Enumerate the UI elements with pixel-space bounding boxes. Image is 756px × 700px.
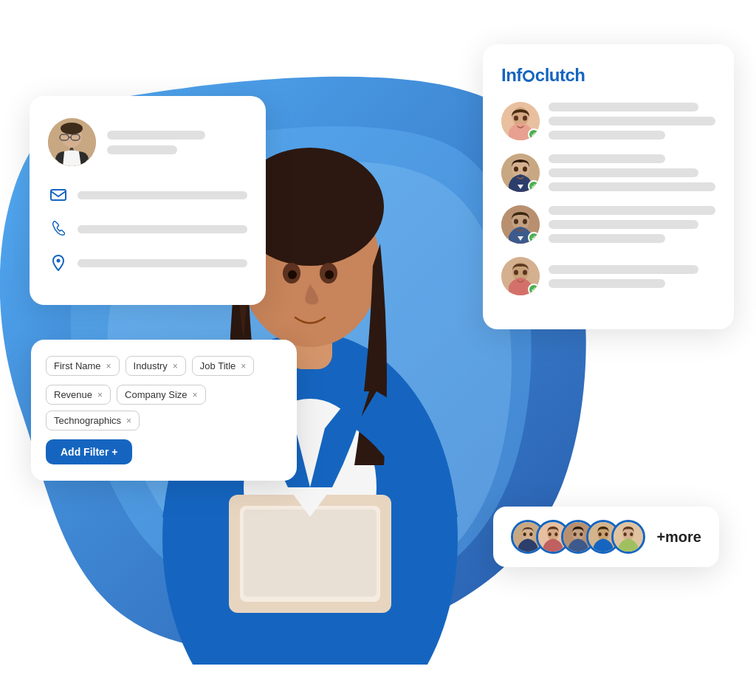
phone-icon: [48, 219, 69, 239]
location-row: [48, 253, 247, 273]
svg-point-24: [523, 116, 527, 121]
contact-avatar-3: ✓: [501, 205, 540, 244]
contact-avatar-1: ✓: [501, 102, 540, 140]
contact-avatar-2: ✓: [501, 154, 540, 192]
svg-point-52: [605, 532, 608, 536]
profile-name-lines: [107, 131, 247, 154]
svg-point-40: [530, 532, 533, 536]
svg-point-56: [630, 532, 633, 536]
tag-remove-job-title[interactable]: ×: [241, 361, 246, 371]
contact-row-1: ✓: [501, 102, 715, 140]
filter-tag-industry[interactable]: Industry ×: [126, 356, 186, 376]
checkmark-1: ✓: [528, 128, 540, 140]
filter-tag-job-title[interactable]: Job Title ×: [192, 356, 254, 376]
svg-point-20: [57, 259, 61, 263]
contact-lines-1: [549, 103, 715, 140]
svg-point-28: [523, 167, 527, 172]
contact-line-3a: [549, 206, 715, 215]
checkmark-4: ✓: [528, 284, 540, 295]
tag-label-revenue: Revenue: [54, 389, 92, 400]
contact-row-3: ✓: [501, 205, 715, 244]
contact-lines-4: [549, 265, 715, 288]
profile-avatar: [48, 118, 96, 166]
profile-card: [30, 96, 266, 305]
svg-point-55: [624, 532, 627, 536]
scene: First Name × Industry × Job Title × Reve…: [0, 0, 756, 700]
svg-point-51: [599, 532, 602, 536]
logo-text: Infclutch: [501, 65, 585, 85]
svg-point-36: [523, 270, 527, 275]
filter-tag-revenue[interactable]: Revenue ×: [46, 385, 111, 405]
tag-label-job-title: Job Title: [200, 360, 236, 371]
more-contacts-card: +more: [493, 507, 719, 567]
svg-point-23: [514, 116, 518, 121]
phone-line: [78, 225, 247, 233]
svg-point-44: [555, 532, 558, 536]
contact-line-2a: [549, 154, 665, 163]
contact-lines-3: [549, 206, 715, 243]
filter-tag-technographics[interactable]: Technographics ×: [46, 411, 140, 430]
tag-remove-company-size[interactable]: ×: [193, 390, 198, 400]
infoclutch-logo: Infclutch: [501, 65, 715, 86]
filter-card: First Name × Industry × Job Title × Reve…: [31, 340, 297, 481]
filter-tag-first-name[interactable]: First Name ×: [46, 356, 120, 376]
tag-remove-revenue[interactable]: ×: [97, 390, 103, 400]
tag-remove-technographics[interactable]: ×: [126, 416, 131, 426]
contact-line-1b: [549, 117, 715, 126]
contact-line-4a: [549, 265, 698, 274]
more-text: +more: [656, 529, 701, 546]
email-row: [48, 185, 247, 205]
tag-remove-industry[interactable]: ×: [173, 361, 178, 371]
tag-label-technographics: Technographics: [54, 415, 121, 426]
tag-remove-first-name[interactable]: ×: [106, 361, 111, 371]
svg-point-18: [61, 123, 83, 134]
svg-rect-19: [51, 190, 66, 200]
svg-point-32: [523, 219, 527, 224]
checkmark-3: ✓: [528, 232, 540, 244]
location-icon: [48, 253, 69, 273]
email-icon: [48, 185, 69, 205]
svg-point-27: [514, 167, 518, 172]
svg-point-7: [288, 270, 297, 279]
svg-rect-17: [70, 148, 73, 151]
tag-label-industry: Industry: [134, 360, 168, 371]
tag-label-company-size: Company Size: [125, 389, 188, 400]
profile-card-header: [48, 118, 247, 166]
contact-line-3c: [549, 234, 665, 243]
svg-point-8: [325, 270, 334, 279]
contact-avatar-4: ✓: [501, 257, 540, 295]
contact-line-1c: [549, 131, 665, 140]
contact-lines-2: [549, 154, 715, 191]
contact-line-2c: [549, 182, 715, 191]
name-line-2: [107, 145, 177, 154]
filter-tags-row-2: Revenue × Company Size × Technographics …: [46, 385, 282, 430]
contact-line-4b: [549, 279, 665, 288]
name-line-1: [107, 131, 205, 140]
contact-row-2: ✓: [501, 154, 715, 192]
svg-point-31: [514, 219, 518, 224]
location-line: [78, 259, 247, 267]
add-filter-button[interactable]: Add Filter +: [46, 439, 132, 464]
contact-line-2b: [549, 168, 698, 177]
svg-point-43: [549, 532, 551, 536]
svg-point-35: [514, 270, 518, 275]
add-filter-label: Add Filter +: [61, 446, 117, 458]
more-avatar-5: [611, 520, 645, 554]
phone-row: [48, 219, 247, 239]
infoclutch-card: Infclutch ✓: [483, 44, 734, 329]
tag-label-first-name: First Name: [54, 360, 101, 371]
email-line: [78, 191, 247, 199]
contact-line-1a: [549, 103, 698, 111]
contact-line-3b: [549, 220, 698, 229]
contact-row-4: ✓: [501, 257, 715, 295]
svg-point-48: [580, 532, 583, 536]
svg-point-39: [523, 532, 526, 536]
svg-rect-11: [244, 509, 377, 597]
filter-tags-row: First Name × Industry × Job Title ×: [46, 356, 282, 376]
more-avatars-group: [511, 520, 645, 554]
filter-tag-company-size[interactable]: Company Size ×: [117, 385, 206, 405]
checkmark-2: ✓: [528, 180, 540, 192]
svg-point-47: [574, 532, 577, 536]
